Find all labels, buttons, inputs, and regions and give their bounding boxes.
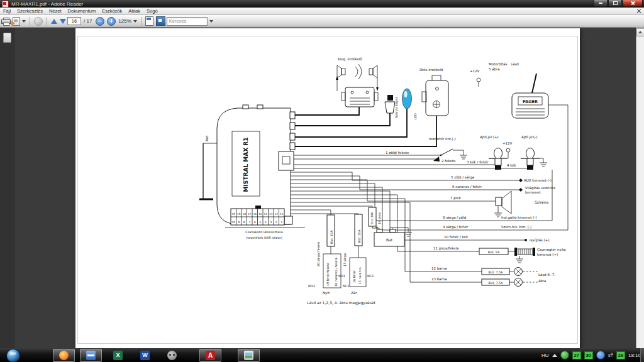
power-12v-label: +12V Motortiltás Lásd 5.ábra (470, 62, 519, 87)
maximize-button[interactable] (608, 0, 622, 7)
nc1-label: NC1 (367, 274, 374, 278)
temp-badge-2[interactable]: 30 (584, 351, 593, 359)
taskbar-item-word[interactable]: W (134, 349, 156, 361)
ignition-label: Gyújtás (+) (530, 238, 550, 243)
network-globe-icon[interactable] (560, 351, 569, 359)
wiring-diagram: MISTRAL MAX R1 Ant (75, 28, 580, 348)
zoom-in-button[interactable] (107, 16, 116, 26)
svg-text:16: 16 (253, 212, 257, 216)
print-button[interactable] (1, 16, 10, 26)
temp-badge-3[interactable]: 26 (616, 351, 625, 359)
nc2-label: NC2 (343, 284, 349, 288)
scroll-up-icon[interactable] (636, 28, 644, 36)
siren: Sziréna (494, 191, 548, 217)
separator (47, 17, 47, 26)
zoom-out-button[interactable] (96, 16, 104, 26)
svg-text:2: 2 (275, 221, 277, 224)
svg-text:bemenet: bemenet (525, 190, 541, 194)
fuse-15a-label: Bizt. 15A (330, 230, 333, 244)
taskbar-item-firefox[interactable] (53, 349, 75, 362)
svg-text:kimenet (+): kimenet (+) (537, 253, 558, 256)
svg-text:9: 9 (238, 221, 240, 224)
svg-text:(vezetékek felől nézve): (vezetékek felől nézve) (246, 236, 282, 239)
fuse-20a-label: Bizt. 20A (370, 212, 374, 224)
menu-help[interactable]: Súgó (143, 8, 161, 14)
taskbar-item-utorrent[interactable] (161, 349, 183, 361)
battery-group: Bizt. 20A 14 piros + – Bat (369, 207, 412, 246)
label-w19: 19 fehér/fekete (326, 263, 330, 286)
taskbar-item-image-viewer[interactable] (238, 349, 260, 362)
show-desktop-button[interactable] (640, 348, 644, 362)
start-button[interactable] (6, 349, 20, 362)
svg-text:4: 4 (265, 221, 267, 224)
taskbar-item-excel[interactable]: X (107, 349, 129, 361)
language-indicator[interactable]: HU (541, 353, 549, 358)
fullscreen-button[interactable] (156, 16, 165, 26)
pager-output-label: Szem.hív. kim. (-) (501, 225, 531, 229)
search-placeholder: Keresés (169, 18, 187, 24)
title-bar: MR-MAXR1.pdf - Adobe Reader (0, 0, 644, 8)
pages-panel-icon[interactable] (3, 33, 11, 43)
connector-caption: Csatlakozó lábkiosztása (245, 230, 283, 234)
adobe-reader-app-icon (2, 1, 9, 8)
clock[interactable]: 18:10 (628, 353, 641, 358)
updater-icon[interactable] (596, 351, 605, 359)
svg-text:7: 7 (248, 221, 250, 224)
next-page-button[interactable] (60, 16, 66, 26)
taskbar-item-adobe-reader[interactable]: A (199, 349, 221, 362)
pin-marker (255, 206, 261, 209)
open-label: Nyit (323, 291, 330, 295)
svg-text:13: 13 (269, 212, 273, 216)
menu-tools[interactable]: Eszközök (99, 8, 125, 14)
svg-text:11: 11 (280, 212, 284, 216)
hidden-icons-arrow-icon[interactable] (552, 354, 557, 357)
label-w9: 9 sárga / fehér (443, 225, 469, 229)
siren-label: Sziréna (535, 200, 548, 204)
export-button[interactable] (13, 16, 26, 26)
aux-output-label: AUX kimenet (-) (524, 178, 552, 182)
label-w20: 20 sárga/ fekete (317, 242, 320, 266)
search-input[interactable]: Keresés (167, 17, 208, 26)
menu-edit[interactable]: Szerkesztés (14, 8, 46, 14)
collaborate-icon (34, 17, 43, 26)
previous-page-button[interactable] (51, 16, 57, 26)
svg-text:5: 5 (259, 221, 261, 224)
zoom-level-select[interactable]: 125% (118, 16, 136, 26)
sync-arrows-icon[interactable]: ⇄ (608, 351, 613, 359)
led-label: LED (413, 113, 417, 119)
toolbar: 16 / 17 125% Keresés (0, 15, 644, 28)
battery-label: Bat (386, 238, 393, 242)
menu-document[interactable]: Dokumentum (65, 8, 99, 14)
temp-badge-1[interactable]: 27 (572, 351, 581, 359)
collaborate-button[interactable] (34, 16, 43, 26)
note: Lásd az 1,2,3, 4. ábra megjegyzését (307, 300, 376, 305)
scrolling-mode-button[interactable] (145, 16, 153, 26)
figure-note: Lásd az 1,2,3, 4. ábra megjegyzését (307, 300, 376, 305)
page-number-input[interactable]: 16 (67, 17, 81, 25)
ultrasonic-label: Kieg. érzékelő (338, 57, 362, 62)
main-unit: MISTRAL MAX R1 Ant (199, 105, 295, 224)
svg-text:3: 3 (270, 221, 272, 224)
output-labels: AUX kimenet (-) Világítás vezérlés bemen… (501, 178, 555, 243)
trunk-release-label: Csomagtér nyitó (537, 248, 566, 252)
close-button[interactable] (623, 0, 643, 7)
menu-file[interactable]: Fájl (0, 8, 14, 14)
door-negative-label: Ajtó jel(-) (521, 135, 537, 140)
label-w17: 17 sárga (343, 253, 347, 266)
pager-unit: PAGER (512, 74, 568, 230)
engine-bay-label: motortér érz.(-) (429, 137, 456, 141)
page-down-icon (60, 19, 66, 24)
svg-text:19: 19 (237, 212, 241, 216)
search-options-arrow-icon[interactable] (209, 20, 213, 23)
pin-connector: 20 19 18 17 16 15 14 13 12 11 10 9 8 7 6… (231, 206, 284, 239)
taskbar-item-file-manager[interactable] (80, 349, 102, 362)
minimize-button[interactable] (594, 0, 608, 7)
menu-window[interactable]: Ablak (125, 8, 143, 14)
label-w11: 11 piros/fekete (433, 246, 460, 251)
adobe-reader-icon: A (206, 351, 215, 360)
svg-text:8: 8 (243, 221, 245, 224)
menu-view[interactable]: Nézet (46, 8, 65, 14)
dropdown-arrow-icon (133, 20, 137, 23)
vertical-scrollbar[interactable] (636, 28, 644, 348)
toolbar-close-icon[interactable] (636, 9, 641, 14)
